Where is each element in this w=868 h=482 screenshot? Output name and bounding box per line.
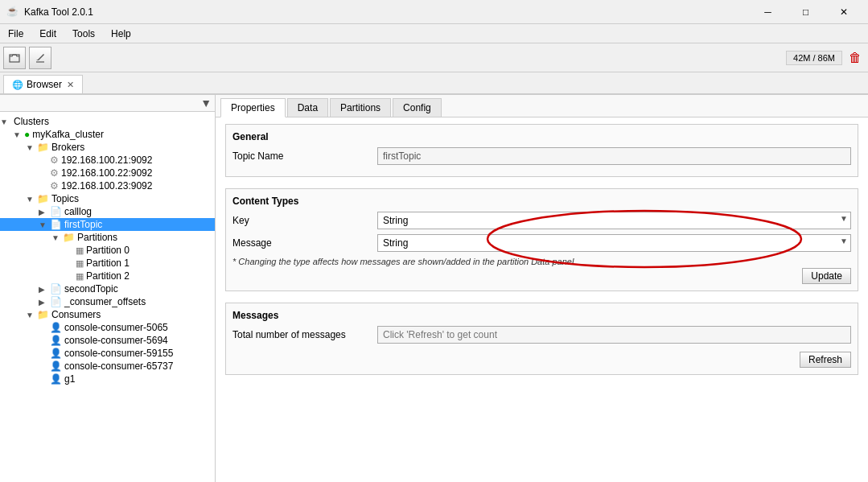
open-icon bbox=[9, 52, 20, 64]
tree-expander[interactable]: ▼ bbox=[26, 195, 37, 204]
tree-item-g1[interactable]: 👤g1 bbox=[0, 373, 215, 385]
sidebar-header: ▼ bbox=[0, 95, 215, 112]
tab-partitions[interactable]: Partitions bbox=[330, 98, 391, 117]
tree-item-firsttopic[interactable]: ▼📄firstTopic bbox=[0, 218, 215, 231]
tree: ▼Clusters▼●myKafka_cluster▼📁Brokers⚙192.… bbox=[0, 112, 215, 389]
tree-item-label: secondTopic bbox=[64, 283, 118, 295]
tree-item-partitions[interactable]: ▼📁Partitions bbox=[0, 231, 215, 244]
app-title: Kafka Tool 2.0.1 bbox=[24, 6, 750, 18]
update-button[interactable]: Update bbox=[802, 268, 851, 284]
tree-item-label: console-consumer-65737 bbox=[64, 360, 173, 372]
topic-name-label: Topic Name bbox=[232, 150, 377, 162]
menu-help[interactable]: Help bbox=[103, 26, 139, 42]
tree-expander[interactable]: ▶ bbox=[39, 285, 50, 294]
total-messages-input bbox=[377, 326, 851, 344]
tree-item-label: 192.168.100.23:9092 bbox=[61, 180, 152, 192]
maximize-button[interactable]: □ bbox=[788, 0, 824, 24]
browser-tab-close[interactable]: ✕ bbox=[67, 80, 74, 90]
tree-item-192.168.100.22:9092[interactable]: ⚙192.168.100.22:9092 bbox=[0, 167, 215, 179]
tree-item-icon: 👤 bbox=[50, 373, 62, 385]
message-select[interactable]: StringBinaryIntegerLongDoubleFloat bbox=[377, 234, 851, 252]
tree-item-calllog[interactable]: ▶📄calllog bbox=[0, 205, 215, 218]
tab-properties[interactable]: Properties bbox=[220, 98, 286, 117]
browser-tab[interactable]: 🌐 Browser ✕ bbox=[3, 75, 83, 93]
tree-expander[interactable]: ▼ bbox=[13, 130, 24, 139]
tree-item-console-consumer-65737[interactable]: 👤console-consumer-65737 bbox=[0, 360, 215, 373]
key-select[interactable]: StringBinaryIntegerLongDoubleFloat bbox=[377, 212, 851, 229]
tree-item-icon: 📁 bbox=[37, 309, 49, 320]
tree-item-label: _consumer_offsets bbox=[64, 296, 146, 307]
menu-file[interactable]: File bbox=[0, 26, 31, 42]
tree-item-icon: 📁 bbox=[37, 193, 49, 204]
menu-edit[interactable]: Edit bbox=[31, 26, 64, 42]
tree-expander[interactable]: ▼ bbox=[51, 233, 63, 242]
tree-item-icon: 📄 bbox=[50, 219, 62, 230]
tree-item-icon: ▦ bbox=[76, 257, 84, 269]
tree-item-label: Clusters bbox=[14, 116, 49, 127]
tree-item-icon: 📁 bbox=[63, 232, 75, 243]
tree-item-icon: 👤 bbox=[50, 348, 62, 359]
props-tabs: Properties Data Partitions Config bbox=[216, 95, 868, 117]
tree-item-label: Partition 1 bbox=[86, 257, 130, 269]
tree-item-consumers[interactable]: ▼📁Consumers bbox=[0, 308, 215, 321]
tree-item-icon: 👤 bbox=[50, 335, 62, 346]
toolbar: 42M / 86M 🗑 bbox=[0, 43, 868, 72]
sidebar: ▼ ▼Clusters▼●myKafka_cluster▼📁Brokers⚙19… bbox=[0, 95, 216, 482]
tree-item-icon: ▦ bbox=[76, 245, 84, 256]
tree-expander[interactable]: ▶ bbox=[39, 208, 50, 216]
toolbar-btn1[interactable] bbox=[3, 47, 26, 69]
tree-item-topics[interactable]: ▼📁Topics bbox=[0, 192, 215, 205]
tree-item-partition-2[interactable]: ▦Partition 2 bbox=[0, 270, 215, 282]
tree-item-secondtopic[interactable]: ▶📄secondTopic bbox=[0, 282, 215, 295]
tree-item-mykafka_cluster[interactable]: ▼●myKafka_cluster bbox=[0, 128, 215, 141]
toolbar-btn2[interactable] bbox=[29, 47, 51, 69]
tree-item-192.168.100.23:9092[interactable]: ⚙192.168.100.23:9092 bbox=[0, 179, 215, 192]
tree-item-label: Partitions bbox=[77, 232, 117, 243]
menubar: File Edit Tools Help bbox=[0, 24, 868, 43]
tree-item-_consumer_offsets[interactable]: ▶📄_consumer_offsets bbox=[0, 295, 215, 308]
tree-item-icon: 📄 bbox=[50, 296, 62, 307]
tree-item-icon: 👤 bbox=[50, 360, 62, 372]
tree-item-icon: 👤 bbox=[50, 322, 62, 333]
tree-item-clusters[interactable]: ▼Clusters bbox=[0, 115, 215, 128]
total-messages-row: Total number of messages bbox=[232, 326, 851, 344]
messages-section: Messages Total number of messages Refres… bbox=[225, 303, 858, 375]
close-button[interactable]: ✕ bbox=[825, 0, 862, 24]
tree-item-console-consumer-59155[interactable]: 👤console-consumer-59155 bbox=[0, 347, 215, 360]
tree-item-icon: 📄 bbox=[50, 283, 62, 295]
sidebar-scroll-down[interactable]: ▼ bbox=[200, 97, 212, 109]
browser-tab-icon: 🌐 bbox=[12, 80, 23, 90]
tree-item-label: g1 bbox=[64, 373, 75, 385]
tree-item-console-consumer-5694[interactable]: 👤console-consumer-5694 bbox=[0, 334, 215, 347]
topic-name-input[interactable] bbox=[377, 147, 851, 165]
tree-item-icon: ▦ bbox=[76, 270, 84, 282]
message-row: Message StringBinaryIntegerLongDoubleFlo… bbox=[232, 234, 851, 252]
memory-indicator: 42M / 86M bbox=[786, 51, 842, 65]
minimize-button[interactable]: ─ bbox=[750, 0, 786, 24]
app-icon: ☕ bbox=[6, 6, 19, 19]
tab-data[interactable]: Data bbox=[287, 98, 328, 117]
tree-expander[interactable]: ▼ bbox=[26, 311, 37, 319]
tree-item-192.168.100.21:9092[interactable]: ⚙192.168.100.21:9092 bbox=[0, 154, 215, 167]
message-label: Message bbox=[232, 237, 377, 249]
tree-expander[interactable]: ▼ bbox=[39, 220, 50, 229]
tree-expander[interactable]: ▶ bbox=[39, 298, 50, 307]
refresh-button[interactable]: Refresh bbox=[800, 352, 851, 368]
tree-item-brokers[interactable]: ▼📁Brokers bbox=[0, 141, 215, 154]
tree-expander[interactable]: ▼ bbox=[0, 117, 11, 126]
tree-item-partition-1[interactable]: ▦Partition 1 bbox=[0, 257, 215, 270]
gc-button[interactable]: 🗑 bbox=[845, 48, 865, 68]
main-layout: ▼ ▼Clusters▼●myKafka_cluster▼📁Brokers⚙19… bbox=[0, 95, 868, 482]
tree-item-partition-0[interactable]: ▦Partition 0 bbox=[0, 244, 215, 257]
tree-item-label: Partition 0 bbox=[86, 245, 130, 256]
tree-item-console-consumer-5065[interactable]: 👤console-consumer-5065 bbox=[0, 321, 215, 334]
menu-tools[interactable]: Tools bbox=[64, 26, 103, 42]
general-section: General Topic Name bbox=[225, 124, 858, 177]
content-types-title: Content Types bbox=[226, 196, 851, 207]
key-row: Key StringBinaryIntegerLongDoubleFloat ▼ bbox=[232, 212, 851, 229]
total-messages-label: Total number of messages bbox=[232, 329, 377, 340]
tab-config[interactable]: Config bbox=[393, 98, 442, 117]
content-types-section: Content Types Key StringBinaryIntegerLon… bbox=[225, 188, 858, 291]
tree-expander[interactable]: ▼ bbox=[26, 143, 37, 152]
tree-item-icon: 📄 bbox=[50, 206, 62, 217]
